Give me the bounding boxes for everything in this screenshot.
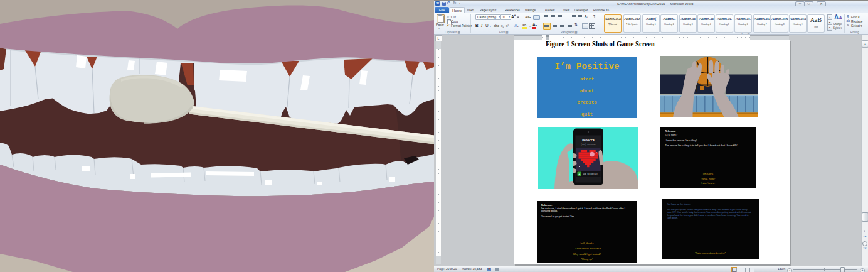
svg-text:(555) 555-5542: (555) 555-5542 (581, 143, 596, 146)
svg-text:add to contact: add to contact (583, 173, 598, 175)
svg-text:+: + (578, 172, 580, 176)
svg-text:Rebecca: Rebecca (582, 139, 595, 142)
